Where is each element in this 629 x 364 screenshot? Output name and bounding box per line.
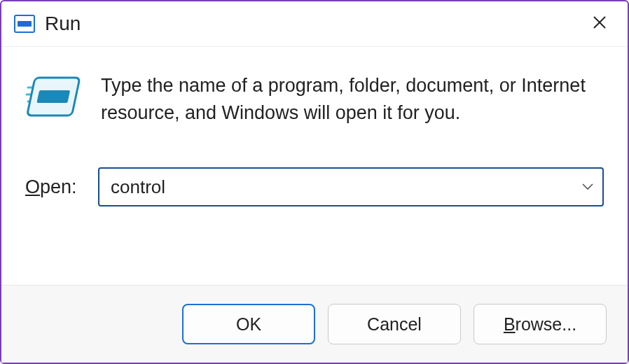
svg-rect-5 [36, 90, 70, 103]
description-text: Type the name of a program, folder, docu… [101, 72, 604, 127]
description-row: Type the name of a program, folder, docu… [25, 72, 604, 127]
run-icon [14, 15, 35, 33]
ok-button-label: OK [236, 314, 261, 335]
close-icon [592, 15, 607, 33]
close-button[interactable] [584, 8, 615, 39]
ok-button[interactable]: OK [182, 304, 315, 344]
titlebar: Run [1, 1, 628, 47]
run-dialog: Run Type the name of a [0, 0, 629, 364]
cancel-button-label: Cancel [367, 314, 422, 335]
browse-button-label: Browse... [504, 314, 576, 335]
run-logo-icon [25, 75, 83, 122]
open-combobox[interactable] [98, 167, 604, 206]
browse-button[interactable]: Browse... [474, 304, 607, 344]
open-label: Open: [25, 176, 81, 198]
open-row: Open: [25, 167, 604, 206]
cancel-button[interactable]: Cancel [328, 304, 461, 344]
open-input[interactable] [98, 167, 604, 206]
button-row: OK Cancel Browse... [1, 285, 628, 363]
svg-rect-1 [18, 21, 32, 27]
titlebar-left: Run [14, 13, 81, 35]
content-area: Type the name of a program, folder, docu… [1, 47, 628, 285]
window-title: Run [45, 13, 81, 35]
